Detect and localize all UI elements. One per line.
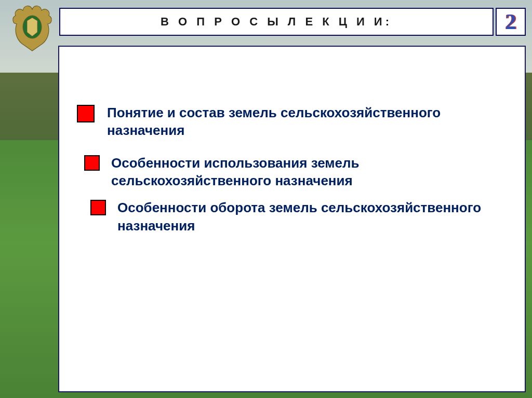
list-item-text: Понятие и состав земель сельскохозяйстве… [107, 104, 502, 140]
header-title-box: В О П Р О С Ы Л Е К Ц И И: [59, 8, 494, 36]
slide: В О П Р О С Ы Л Е К Ц И И: 2 Понятие и с… [0, 0, 532, 398]
header-title: В О П Р О С Ы Л Е К Ц И И: [161, 15, 392, 29]
list-item-text: Особенности использования земель сельско… [111, 154, 506, 190]
coat-of-arms-icon [9, 2, 55, 52]
bullet-icon [84, 155, 100, 171]
list-item: Понятие и состав земель сельскохозяйстве… [77, 104, 507, 140]
bullet-icon [90, 200, 106, 215]
slide-number: 2 [506, 9, 516, 34]
bullet-icon [77, 105, 95, 122]
slide-number-box: 2 [496, 8, 526, 36]
content-panel: Понятие и состав земель сельскохозяйстве… [58, 46, 526, 392]
list-item: Особенности использования земель сельско… [84, 154, 507, 190]
list-item: Особенности оборота земель сельскохозяйс… [90, 199, 507, 235]
list-item-text: Особенности оборота земель сельскохозяйс… [117, 199, 507, 235]
